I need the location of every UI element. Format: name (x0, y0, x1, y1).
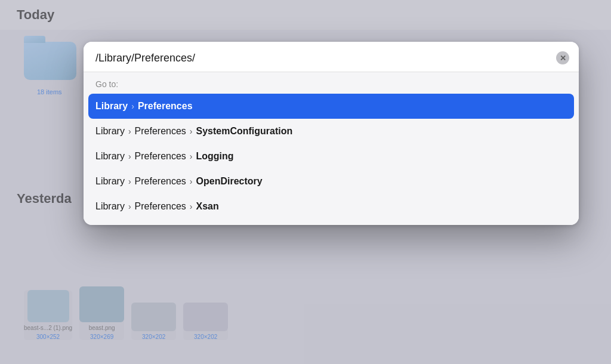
path-sep-2b: › (190, 127, 193, 136)
path-seg-3a: Library (95, 151, 125, 162)
path-seg-5a: Library (95, 201, 125, 212)
path-seg-3c: Logging (196, 151, 234, 162)
path-seg-4c: OpenDirectory (196, 176, 263, 187)
suggestion-item-4[interactable]: Library › Preferences › OpenDirectory (84, 169, 579, 194)
path-sep-5b: › (190, 202, 193, 211)
path-seg-5c: Xsan (196, 201, 219, 212)
goto-label: Go to: (84, 79, 579, 94)
path-seg-2a: Library (95, 126, 125, 137)
path-seg-1b: Preferences (138, 101, 193, 112)
path-sep-4b: › (190, 177, 193, 186)
path-sep-2a: › (128, 127, 131, 136)
path-seg-5b: Preferences (135, 201, 186, 212)
path-sep-3b: › (190, 152, 193, 161)
dialog-input-row: ✕ (84, 42, 579, 72)
path-sep-4a: › (128, 177, 131, 186)
suggestion-item-1[interactable]: Library › Preferences (88, 94, 574, 119)
path-seg-2b: Preferences (135, 126, 186, 137)
path-sep-3a: › (128, 152, 131, 161)
suggestion-item-2[interactable]: Library › Preferences › SystemConfigurat… (84, 119, 579, 144)
close-button[interactable]: ✕ (556, 51, 569, 64)
path-seg-3b: Preferences (135, 151, 186, 162)
close-icon: ✕ (560, 54, 566, 63)
suggestion-item-5[interactable]: Library › Preferences › Xsan (84, 194, 579, 219)
path-seg-4b: Preferences (135, 176, 186, 187)
path-sep-1a: › (131, 101, 134, 111)
path-input[interactable] (95, 52, 550, 64)
path-seg-1a: Library (95, 101, 128, 112)
path-sep-5a: › (128, 202, 131, 211)
goto-dialog: ✕ Go to: Library › Preferences Library ›… (84, 42, 579, 225)
path-seg-2c: SystemConfiguration (196, 126, 293, 137)
suggestion-item-3[interactable]: Library › Preferences › Logging (84, 144, 579, 169)
dialog-body: Go to: Library › Preferences Library › P… (84, 72, 579, 225)
path-seg-4a: Library (95, 176, 125, 187)
